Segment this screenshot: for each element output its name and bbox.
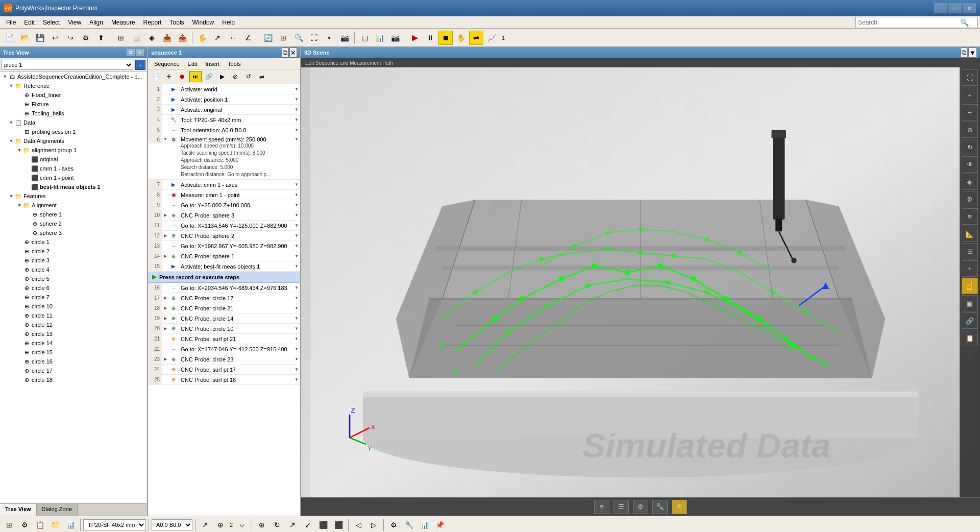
- seq-menu-edit[interactable]: Edit: [184, 60, 202, 68]
- row-arrow-17[interactable]: ▼: [293, 293, 300, 303]
- save-button[interactable]: 💾: [33, 31, 47, 45]
- panel-close-button[interactable]: ✕: [136, 49, 144, 56]
- import-button[interactable]: 📥: [160, 31, 174, 45]
- redo-button[interactable]: ↪: [63, 31, 78, 45]
- seq-menu-sequence[interactable]: Sequence: [150, 60, 184, 68]
- seq-new-btn[interactable]: 📄: [150, 71, 162, 82]
- measure-dist-button[interactable]: ↔: [226, 31, 240, 45]
- row-arrow-15[interactable]: ▼: [293, 261, 300, 271]
- scene-bottom-list2-btn[interactable]: ☰: [614, 500, 629, 514]
- row-arrow-10[interactable]: ▼: [293, 210, 300, 220]
- seq-row-5[interactable]: 5 → Tool orientation: A0.0 B0.0 ▼: [148, 125, 300, 135]
- seq-row-22[interactable]: 22 → Go to: X=1747.046 Y=-412.500 Z=915.…: [148, 344, 300, 354]
- settings-button[interactable]: ⚙: [79, 31, 93, 45]
- row-expand-10[interactable]: ▶: [162, 210, 168, 220]
- bt-btn-stop2[interactable]: ⬛: [331, 518, 346, 532]
- row-arrow-12[interactable]: ▼: [293, 231, 300, 240]
- row-expand-17[interactable]: ▶: [162, 293, 168, 303]
- tree-toggle-features[interactable]: ▼: [8, 194, 14, 199]
- seq-exchange-btn[interactable]: ⇌: [256, 71, 268, 82]
- row-arrow-13[interactable]: ▼: [293, 241, 300, 251]
- scene-btn-settings2[interactable]: ⚙: [962, 191, 978, 207]
- scene-btn-layers[interactable]: ≡: [962, 208, 978, 225]
- bt-btn-settings3[interactable]: ⚙: [386, 518, 401, 532]
- seq-menu-insert[interactable]: Insert: [202, 60, 224, 68]
- scene-btn-cursor[interactable]: ☝: [962, 278, 978, 294]
- search-input[interactable]: [858, 19, 960, 26]
- scene-btn-zoom-all[interactable]: ⛶: [962, 69, 978, 86]
- row-arrow-1[interactable]: ▼: [293, 84, 300, 94]
- tree-item-hood[interactable]: ⊕ Hood_Inner: [0, 90, 147, 100]
- tree-item-circle5[interactable]: ⊕ circle 5: [0, 274, 147, 283]
- seq-row-13[interactable]: 13 → Go to: X=1982.967 Y=-605.980 Z=982.…: [148, 241, 300, 251]
- seq-row-17[interactable]: 17 ▶ ⊕ CNC Probe: circle 17 ▼: [148, 293, 300, 303]
- seq-row-8[interactable]: 8 ◉ Measure: cmm 1 - point ▼: [148, 190, 300, 200]
- tree-item-fixture[interactable]: ⊕ Fixture: [0, 100, 147, 109]
- tree-item-circle3[interactable]: ⊕ circle 3: [0, 256, 147, 265]
- seq-run-btn[interactable]: ▶: [216, 71, 228, 82]
- new-button[interactable]: 📄: [2, 31, 16, 45]
- seq-row-16[interactable]: 16 → Go to: X=2034.546 Y=-689.434 Z=976.…: [148, 283, 300, 293]
- scene-btn-measure2[interactable]: 📐: [962, 226, 978, 242]
- row-arrow-14[interactable]: ▼: [293, 251, 300, 261]
- seq-row-19[interactable]: 19 ▶ ⊕ CNC Probe: circle 14 ▼: [148, 313, 300, 324]
- row-expand-18[interactable]: ▶: [162, 303, 168, 313]
- seq-row-15[interactable]: 15 ▶ Activate: best-fit meas objects 1 ▼: [148, 261, 300, 272]
- tab-tree-view[interactable]: Tree View: [0, 504, 37, 516]
- menu-select[interactable]: Select: [39, 18, 64, 27]
- row-arrow-7[interactable]: ▼: [293, 180, 300, 189]
- bt-btn-forward[interactable]: ▷: [366, 518, 381, 532]
- tree-item-sphere3[interactable]: ⊕ sphere 3: [0, 228, 147, 237]
- tree-item-root[interactable]: ▼ 🗂 AssistedSequenceCreationEdition_Comp…: [0, 72, 147, 81]
- bt-btn-stop-red[interactable]: ⬛: [316, 518, 330, 532]
- tree-item-circle12[interactable]: ⊕ circle 12: [0, 320, 147, 329]
- row-arrow-2[interactable]: ▼: [293, 94, 300, 104]
- table2-button[interactable]: ▤: [357, 31, 372, 45]
- menu-tools[interactable]: Tools: [166, 18, 188, 27]
- tree-toggle-alignments[interactable]: ▼: [8, 138, 14, 143]
- bt-btn-action2[interactable]: ↻: [270, 518, 284, 532]
- seq-row-2[interactable]: 2 ▶ Activate: position 1 ▼: [148, 94, 300, 105]
- seq-row-20[interactable]: 20 ▶ ⊕ CNC Probe: circle 10 ▼: [148, 324, 300, 334]
- tree-toggle-ref[interactable]: ▼: [8, 83, 14, 88]
- sequence-list[interactable]: 1 ▶ Activate: world ▼ 2 ▶ Activate: posi…: [148, 84, 300, 516]
- scene-btn-link2[interactable]: 🔗: [962, 312, 978, 329]
- tree-toggle[interactable]: ▼: [2, 74, 8, 79]
- seq-step-btn[interactable]: ⏭: [189, 71, 202, 82]
- scene-btn-rotate[interactable]: ↻: [962, 139, 978, 155]
- row-arrow-22[interactable]: ▼: [293, 344, 300, 354]
- shape-button[interactable]: ◈: [144, 31, 159, 45]
- pause-button[interactable]: ⏸: [423, 31, 437, 45]
- maximize-button[interactable]: □: [948, 3, 962, 13]
- bt-btn-2[interactable]: ⚙: [17, 518, 32, 532]
- row-arrow-24[interactable]: ▼: [293, 365, 300, 374]
- scene-bottom-tools-btn[interactable]: 🔧: [652, 500, 668, 514]
- scene-bottom-eye-btn[interactable]: 👁: [672, 500, 687, 514]
- scene-btn-zoom-out[interactable]: −: [962, 104, 978, 120]
- rotate-button[interactable]: 🔄: [261, 31, 275, 45]
- scene-btn-render[interactable]: ◈: [962, 174, 978, 190]
- seq-close-button[interactable]: ✕: [289, 47, 297, 58]
- bt-btn-4[interactable]: 📁: [48, 518, 62, 532]
- row-arrow-19[interactable]: ▼: [293, 313, 300, 323]
- row-arrow-6[interactable]: ▼: [293, 135, 300, 141]
- tree-item-circle11[interactable]: ⊕ circle 11: [0, 311, 147, 320]
- tree-item-cmm-point[interactable]: ⬛ cmm 1 - point: [0, 173, 147, 182]
- graph-button[interactable]: 📈: [484, 31, 499, 45]
- tree-item-circle2[interactable]: ⊕ circle 2: [0, 247, 147, 256]
- menu-report[interactable]: Report: [139, 18, 166, 27]
- menu-window[interactable]: Window: [188, 18, 218, 27]
- path-button[interactable]: ⇌: [469, 31, 483, 45]
- bt-btn-action4[interactable]: ↙: [301, 518, 315, 532]
- seq-row-1[interactable]: 1 ▶ Activate: world ▼: [148, 84, 300, 94]
- menu-edit[interactable]: Edit: [20, 18, 39, 27]
- play-button[interactable]: ▶: [408, 31, 422, 45]
- camera-button[interactable]: 📷: [388, 31, 402, 45]
- row-expand-20[interactable]: ▶: [162, 324, 168, 333]
- tree-item-circle10[interactable]: ⊕ circle 10: [0, 302, 147, 311]
- tab-dialog-zone[interactable]: Dialog Zone: [37, 504, 78, 516]
- row-arrow-11[interactable]: ▼: [293, 221, 300, 230]
- seq-row-14[interactable]: 14 ▶ ⊕ CNC Probe: sphere 1 ▼: [148, 251, 300, 261]
- tree-view[interactable]: ▼ 🗂 AssistedSequenceCreationEdition_Comp…: [0, 72, 147, 503]
- scene-btn-frame[interactable]: ▣: [962, 295, 978, 311]
